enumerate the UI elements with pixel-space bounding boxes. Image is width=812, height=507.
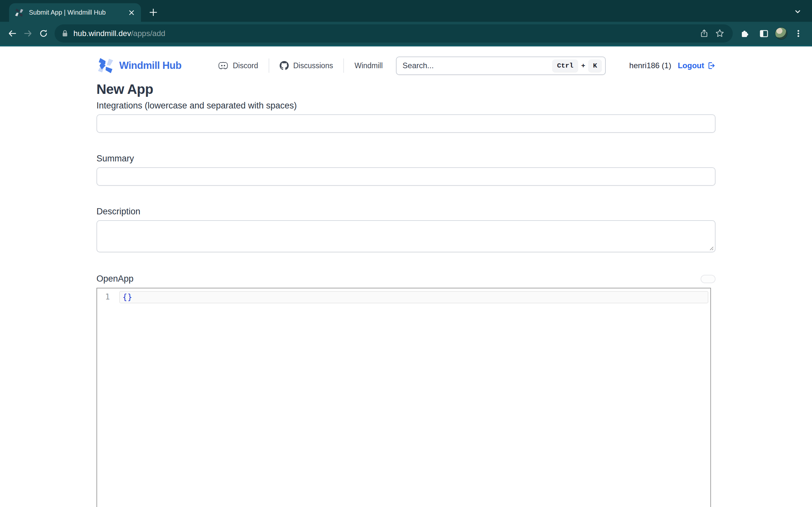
page-body: Windmill Hub Discord	[0, 56, 812, 507]
resize-grip-icon[interactable]	[708, 245, 714, 251]
page-title: New App	[97, 81, 715, 97]
nav-item-windmill[interactable]: Windmill	[354, 61, 383, 70]
description-textarea[interactable]	[97, 220, 715, 252]
profile-avatar[interactable]	[775, 27, 787, 40]
nav-label: Discussions	[293, 61, 333, 70]
side-panel-icon[interactable]	[756, 26, 772, 41]
extensions-puzzle-icon[interactable]	[737, 26, 753, 41]
url-text: hub.windmill.dev/apps/add	[73, 29, 696, 38]
menu-dots-icon[interactable]	[791, 26, 806, 41]
address-bar[interactable]: hub.windmill.dev/apps/add	[55, 24, 733, 43]
editor-gutter: 1	[97, 288, 118, 507]
share-icon[interactable]	[696, 26, 712, 41]
nav-label: Discord	[233, 61, 258, 70]
nav-divider	[343, 58, 344, 73]
tab-strip: Submit App | Windmill Hub	[0, 0, 812, 22]
summary-label: Summary	[97, 154, 715, 164]
brand-logo[interactable]: Windmill Hub	[97, 57, 182, 75]
openapp-code-editor[interactable]: 1 {}	[97, 288, 711, 507]
search-box[interactable]: Ctrl + K	[396, 57, 606, 75]
forward-icon[interactable]	[20, 26, 36, 41]
reload-icon[interactable]	[36, 26, 51, 41]
windmill-logo-icon	[97, 57, 115, 75]
description-label: Description	[97, 207, 715, 217]
integrations-label: Integrations (lowercase and separated wi…	[97, 101, 715, 111]
back-icon[interactable]	[5, 26, 20, 41]
openapp-toggle[interactable]	[701, 275, 715, 283]
toolbar-accent-line	[0, 45, 812, 47]
url-host: hub.windmill.dev	[73, 29, 131, 38]
kbd-ctrl: Ctrl	[552, 59, 578, 72]
new-tab-button[interactable]	[147, 6, 160, 19]
windmill-favicon-icon	[14, 8, 24, 17]
nav-item-discussions[interactable]: Discussions	[280, 61, 333, 70]
kbd-k: K	[588, 59, 602, 72]
browser-tab[interactable]: Submit App | Windmill Hub	[9, 3, 141, 22]
tab-close-icon[interactable]	[127, 8, 136, 17]
code-token: {}	[122, 293, 132, 302]
browser-toolbar: hub.windmill.dev/apps/add	[0, 22, 812, 45]
discord-icon	[218, 61, 228, 70]
bookmark-star-icon[interactable]	[712, 26, 728, 41]
integrations-input[interactable]	[97, 114, 715, 133]
lock-icon[interactable]	[61, 30, 69, 37]
github-icon	[280, 61, 289, 70]
logout-icon	[707, 61, 715, 70]
toolbar-right-cluster	[737, 26, 806, 41]
site-header: Windmill Hub Discord	[97, 56, 715, 75]
browser-chrome: Submit App | Windmill Hub	[0, 0, 812, 47]
tab-search-chevron-icon[interactable]	[791, 5, 804, 18]
logout-label: Logout	[678, 61, 704, 70]
openapp-label: OpenApp	[97, 274, 133, 284]
summary-input[interactable]	[97, 167, 715, 186]
search-input[interactable]	[398, 61, 552, 70]
kbd-plus: +	[581, 62, 585, 69]
nav-label: Windmill	[354, 61, 383, 70]
main-nav: Discord Discussions Windmill	[218, 58, 383, 73]
nav-divider	[269, 58, 269, 73]
editor-current-line[interactable]: {}	[119, 291, 708, 303]
url-path: /apps/add	[131, 29, 165, 38]
username: henri186 (1)	[629, 61, 671, 70]
nav-item-discord[interactable]: Discord	[218, 61, 258, 70]
editor-content[interactable]: {}	[118, 288, 710, 507]
brand-name: Windmill Hub	[119, 60, 182, 71]
line-number: 1	[97, 291, 118, 303]
logout-link[interactable]: Logout	[678, 61, 715, 70]
tab-title: Submit App | Windmill Hub	[29, 9, 127, 16]
account-area: henri186 (1) Logout	[629, 61, 715, 70]
